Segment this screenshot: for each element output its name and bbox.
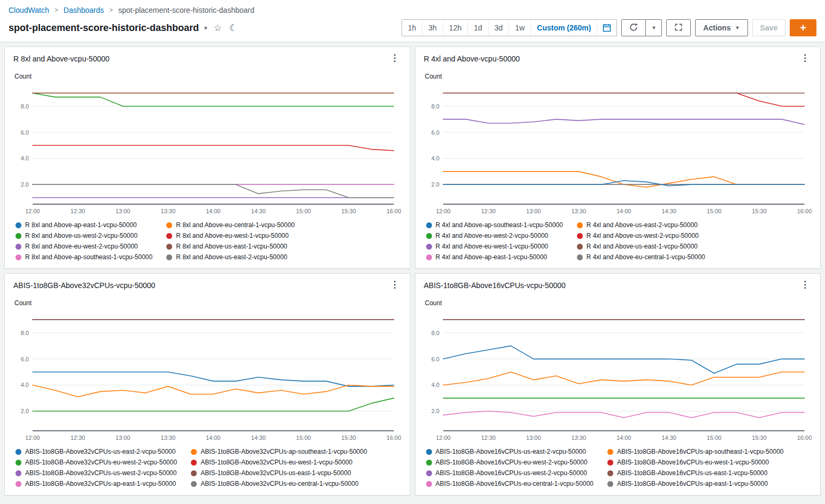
breadcrumb-cloudwatch-link[interactable]: CloudWatch [9, 6, 49, 14]
time-range-1h[interactable]: 1h [402, 20, 423, 36]
refresh-button[interactable] [621, 19, 646, 36]
legend-item[interactable]: ABIS-1to8GB-Above16vCPUs-us-east-2-vcpu-… [426, 448, 593, 455]
legend-item[interactable]: R 8xl and Above-ap-southeast-1-vcpu-5000… [16, 253, 152, 261]
legend-item[interactable]: R 4xl and Above-ap-east-1-vcpu-50000 [426, 253, 563, 261]
legend-item[interactable]: R 8xl and Above-eu-west-2-vcpu-50000 [16, 243, 152, 250]
legend-item[interactable]: ABIS-1to8GB-Above16vCPUs-us-east-1-vcpu-… [607, 469, 784, 477]
legend-item[interactable]: ABIS-1to8GB-Above16vCPUs-eu-west-1-vcpu-… [607, 459, 784, 466]
calendar-icon[interactable] [597, 20, 616, 36]
chart-title: ABIS-1to8GB-Above16vCPUs-vcpu-50000 [424, 280, 566, 290]
legend-item[interactable]: R 4xl and Above-us-west-2-vcpu-50000 [577, 232, 705, 239]
svg-text:8.0: 8.0 [431, 103, 439, 110]
legend-color-dot [166, 244, 172, 250]
legend-label: ABIS-1to8GB-Above16vCPUs-ap-southeast-1-… [617, 448, 784, 455]
legend-label: ABIS-1to8GB-Above16vCPUs-ap-east-1-vcpu-… [617, 480, 768, 487]
page-title: spot-placement-score-historic-dashboard [9, 22, 199, 34]
svg-text:4.0: 4.0 [431, 382, 439, 388]
svg-text:2.0: 2.0 [431, 181, 439, 188]
legend-label: R 8xl and Above-ap-east-1-vcpu-50000 [25, 221, 137, 229]
legend-item[interactable]: R 4xl and Above-eu-west-1-vcpu-50000 [426, 243, 563, 250]
legend-item[interactable]: ABIS-1to8GB-Above16vCPUs-us-west-2-vcpu-… [426, 469, 593, 477]
refresh-options-button[interactable]: ▼ [646, 19, 662, 36]
line-chart[interactable]: 2.04.06.08.012:0012:3013:0013:3014:0014:… [424, 81, 812, 216]
legend-item[interactable]: R 4xl and Above-us-east-1-vcpu-50000 [577, 243, 705, 250]
legend-item[interactable]: ABIS-1to8GB-Above16vCPUs-ap-east-1-vcpu-… [607, 480, 784, 487]
dashboard-dropdown-caret-icon[interactable]: ▾ [204, 25, 207, 32]
legend-color-dot [577, 233, 583, 239]
svg-text:4.0: 4.0 [21, 155, 29, 161]
legend-item[interactable]: R 8xl and Above-us-east-1-vcpu-50000 [166, 243, 295, 250]
legend-color-dot [577, 222, 583, 228]
legend-item[interactable]: ABIS-1to8GB-Above32vCPUs-us-east-1-vcpu-… [191, 469, 367, 477]
legend-item[interactable]: ABIS-1to8GB-Above16vCPUs-ap-southeast-1-… [607, 448, 784, 455]
legend-label: ABIS-1to8GB-Above16vCPUs-us-east-1-vcpu-… [617, 469, 767, 477]
legend-label: R 8xl and Above-eu-central-1-vcpu-50000 [176, 221, 295, 229]
legend-label: R 4xl and Above-ap-southeast-1-vcpu-5000… [436, 221, 563, 229]
panel-menu-button[interactable]: ⋮ [798, 53, 812, 63]
panel-menu-button[interactable]: ⋮ [388, 280, 402, 289]
legend-item[interactable]: ABIS-1to8GB-Above32vCPUs-eu-central-1-vc… [191, 480, 367, 487]
legend-label: ABIS-1to8GB-Above16vCPUs-eu-central-1-vc… [436, 480, 593, 487]
svg-text:6.0: 6.0 [431, 356, 439, 362]
legend-label: ABIS-1to8GB-Above32vCPUs-us-west-2-vcpu-… [25, 469, 176, 477]
legend-item[interactable]: R 8xl and Above-us-east-2-vcpu-50000 [166, 253, 295, 261]
legend-label: ABIS-1to8GB-Above16vCPUs-eu-west-2-vcpu-… [436, 459, 588, 466]
svg-text:15:00: 15:00 [296, 208, 311, 214]
legend-item[interactable]: R 8xl and Above-eu-west-1-vcpu-50000 [166, 232, 295, 239]
legend-label: ABIS-1to8GB-Above32vCPUs-us-east-1-vcpu-… [201, 469, 351, 477]
legend-item[interactable]: ABIS-1to8GB-Above32vCPUs-us-west-2-vcpu-… [16, 469, 177, 477]
favorite-star-icon[interactable]: ☆ [213, 22, 223, 34]
chart-legend: R 8xl and Above-ap-east-1-vcpu-50000 R 8… [16, 221, 402, 261]
legend-item[interactable]: R 4xl and Above-eu-central-1-vcpu-50000 [577, 253, 705, 261]
legend-color-dot [426, 470, 432, 476]
time-range-3h[interactable]: 3h [422, 20, 443, 36]
legend-color-dot [16, 481, 21, 487]
legend-item[interactable]: R 8xl and Above-ap-east-1-vcpu-50000 [16, 221, 152, 229]
chevron-down-icon: ▼ [735, 25, 740, 30]
legend-label: ABIS-1to8GB-Above16vCPUs-eu-west-1-vcpu-… [617, 459, 769, 466]
legend-item[interactable]: ABIS-1to8GB-Above32vCPUs-ap-southeast-1-… [191, 448, 367, 455]
legend-item[interactable]: R 8xl and Above-eu-central-1-vcpu-50000 [166, 221, 295, 229]
legend-item[interactable]: R 4xl and Above-eu-west-2-vcpu-50000 [426, 232, 563, 239]
time-range-1w[interactable]: 1w [509, 20, 531, 36]
time-range-1d[interactable]: 1d [468, 20, 489, 36]
panel-menu-button[interactable]: ⋮ [388, 53, 402, 63]
breadcrumb-dashboards-link[interactable]: Dashboards [64, 6, 104, 14]
svg-text:13:00: 13:00 [115, 435, 130, 441]
legend-item[interactable]: ABIS-1to8GB-Above32vCPUs-eu-west-2-vcpu-… [16, 459, 177, 466]
legend-color-dot [166, 254, 172, 260]
line-chart[interactable]: 2.04.06.08.012:0012:3013:0013:3014:0014:… [13, 308, 402, 443]
legend-item[interactable]: ABIS-1to8GB-Above32vCPUs-us-east-2-vcpu-… [16, 448, 177, 455]
legend-label: R 8xl and Above-us-west-2-vcpu-50000 [25, 232, 137, 239]
time-range-12h[interactable]: 12h [443, 20, 468, 36]
svg-text:15:00: 15:00 [706, 208, 721, 214]
legend-item[interactable]: ABIS-1to8GB-Above32vCPUs-eu-west-1-vcpu-… [191, 459, 367, 466]
legend-item[interactable]: R 4xl and Above-us-east-2-vcpu-50000 [577, 221, 705, 229]
legend-color-dot [426, 233, 432, 239]
legend-item[interactable]: ABIS-1to8GB-Above16vCPUs-eu-west-2-vcpu-… [426, 459, 593, 466]
legend-color-dot [166, 233, 172, 239]
svg-text:14:00: 14:00 [616, 208, 631, 214]
legend-color-dot [426, 481, 432, 487]
actions-button[interactable]: Actions ▼ [695, 19, 747, 36]
add-widget-button[interactable]: + [790, 19, 816, 36]
legend-label: R 4xl and Above-us-west-2-vcpu-50000 [587, 232, 699, 239]
time-range-custom[interactable]: Custom (260m) [531, 20, 597, 36]
legend-item[interactable]: R 8xl and Above-us-west-2-vcpu-50000 [16, 232, 152, 239]
panel-menu-button[interactable]: ⋮ [798, 280, 812, 289]
legend-item[interactable]: R 4xl and Above-ap-southeast-1-vcpu-5000… [426, 221, 563, 229]
fullscreen-button[interactable] [666, 19, 691, 36]
chart-panel: ABIS-1to8GB-Above32vCPUs-vcpu-50000 ⋮ Co… [4, 273, 411, 495]
svg-text:15:30: 15:30 [341, 208, 356, 214]
legend-color-dot [16, 460, 21, 466]
line-chart[interactable]: 2.04.06.08.012:0012:3013:0013:3014:0014:… [13, 81, 402, 216]
legend-item[interactable]: ABIS-1to8GB-Above32vCPUs-ap-east-1-vcpu-… [16, 480, 177, 487]
save-button[interactable]: Save [752, 19, 786, 36]
chart-title: R 8xl and Above-vcpu-50000 [13, 53, 110, 63]
dark-mode-moon-icon[interactable]: ☾ [228, 22, 238, 34]
legend-item[interactable]: ABIS-1to8GB-Above16vCPUs-eu-central-1-vc… [426, 480, 593, 487]
legend-color-dot [16, 254, 21, 260]
time-range-3d[interactable]: 3d [489, 20, 510, 36]
legend-color-dot [16, 222, 21, 228]
line-chart[interactable]: 2.04.06.08.012:0012:3013:0013:3014:0014:… [424, 308, 812, 443]
